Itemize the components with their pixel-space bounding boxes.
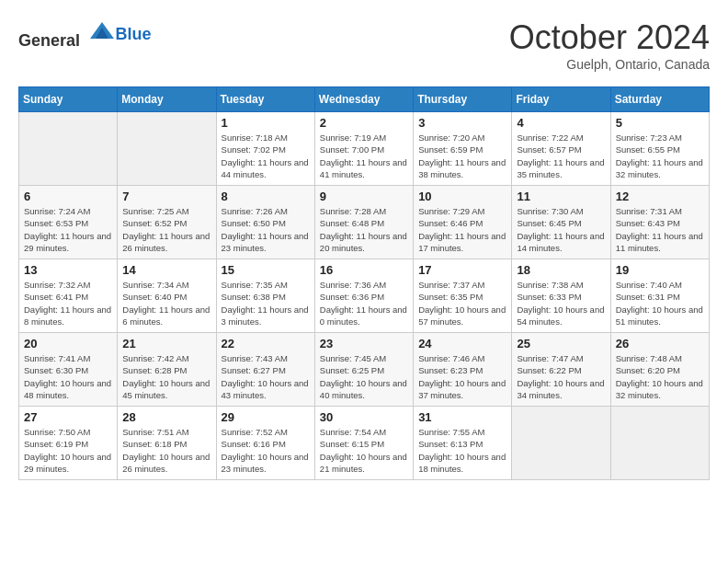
cell-detail: Sunrise: 7:55 AMSunset: 6:13 PMDaylight:… xyxy=(418,426,506,475)
calendar-cell: 26 Sunrise: 7:48 AMSunset: 6:20 PMDaylig… xyxy=(610,333,709,407)
logo-icon xyxy=(88,18,116,46)
cell-detail: Sunrise: 7:41 AMSunset: 6:30 PMDaylight:… xyxy=(24,352,112,401)
day-number: 26 xyxy=(616,337,704,350)
day-number: 4 xyxy=(517,116,605,130)
calendar-cell: 22 Sunrise: 7:43 AMSunset: 6:27 PMDaylig… xyxy=(216,333,314,407)
header-row: SundayMondayTuesdayWednesdayThursdayFrid… xyxy=(19,87,710,112)
cell-detail: Sunrise: 7:26 AMSunset: 6:50 PMDaylight:… xyxy=(222,205,310,254)
cell-detail: Sunrise: 7:31 AMSunset: 6:43 PMDaylight:… xyxy=(616,205,704,254)
location-subtitle: Guelph, Ontario, Canada xyxy=(509,57,710,72)
calendar-cell: 10 Sunrise: 7:29 AMSunset: 6:46 PMDaylig… xyxy=(414,186,512,259)
header-wednesday: Wednesday xyxy=(314,87,413,112)
day-number: 12 xyxy=(616,190,704,203)
calendar-week-row: 6 Sunrise: 7:24 AMSunset: 6:53 PMDayligh… xyxy=(19,186,710,259)
page-header: General Blue October 2024 Guelph, Ontari… xyxy=(18,18,710,72)
calendar-cell: 24 Sunrise: 7:46 AMSunset: 6:23 PMDaylig… xyxy=(414,333,512,407)
cell-detail: Sunrise: 7:32 AMSunset: 6:41 PMDaylight:… xyxy=(24,279,112,327)
cell-detail: Sunrise: 7:30 AMSunset: 6:45 PMDaylight:… xyxy=(517,205,605,254)
cell-detail: Sunrise: 7:42 AMSunset: 6:28 PMDaylight:… xyxy=(122,352,210,401)
calendar-cell: 14 Sunrise: 7:34 AMSunset: 6:40 PMDaylig… xyxy=(118,259,216,333)
cell-detail: Sunrise: 7:18 AMSunset: 7:02 PMDaylight:… xyxy=(222,132,310,180)
calendar-cell: 9 Sunrise: 7:28 AMSunset: 6:48 PMDayligh… xyxy=(314,186,413,259)
header-thursday: Thursday xyxy=(414,87,512,112)
cell-detail: Sunrise: 7:37 AMSunset: 6:35 PMDaylight:… xyxy=(418,279,506,327)
calendar-cell: 16 Sunrise: 7:36 AMSunset: 6:36 PMDaylig… xyxy=(314,259,413,333)
day-number: 10 xyxy=(418,190,506,203)
day-number: 11 xyxy=(517,190,605,203)
day-number: 28 xyxy=(122,410,210,424)
day-number: 13 xyxy=(24,263,112,277)
day-number: 15 xyxy=(222,263,310,277)
cell-detail: Sunrise: 7:19 AMSunset: 7:00 PMDaylight:… xyxy=(320,132,408,180)
cell-detail: Sunrise: 7:24 AMSunset: 6:53 PMDaylight:… xyxy=(24,205,112,254)
cell-detail: Sunrise: 7:40 AMSunset: 6:31 PMDaylight:… xyxy=(616,279,704,327)
cell-detail: Sunrise: 7:20 AMSunset: 6:59 PMDaylight:… xyxy=(418,132,506,180)
day-number: 17 xyxy=(418,263,506,277)
header-saturday: Saturday xyxy=(610,87,709,112)
cell-detail: Sunrise: 7:48 AMSunset: 6:20 PMDaylight:… xyxy=(616,352,704,401)
day-number: 19 xyxy=(616,263,704,277)
calendar-cell: 11 Sunrise: 7:30 AMSunset: 6:45 PMDaylig… xyxy=(512,186,610,259)
day-number: 9 xyxy=(320,190,408,203)
calendar-cell: 12 Sunrise: 7:31 AMSunset: 6:43 PMDaylig… xyxy=(610,186,709,259)
calendar-cell: 21 Sunrise: 7:42 AMSunset: 6:28 PMDaylig… xyxy=(118,333,216,407)
calendar-cell: 27 Sunrise: 7:50 AMSunset: 6:19 PMDaylig… xyxy=(19,407,118,480)
calendar-cell: 19 Sunrise: 7:40 AMSunset: 6:31 PMDaylig… xyxy=(610,259,709,333)
calendar-cell: 29 Sunrise: 7:52 AMSunset: 6:16 PMDaylig… xyxy=(216,407,314,480)
calendar-cell: 1 Sunrise: 7:18 AMSunset: 7:02 PMDayligh… xyxy=(216,112,314,186)
day-number: 7 xyxy=(122,190,210,203)
calendar-cell: 13 Sunrise: 7:32 AMSunset: 6:41 PMDaylig… xyxy=(19,259,118,333)
calendar-cell: 18 Sunrise: 7:38 AMSunset: 6:33 PMDaylig… xyxy=(512,259,610,333)
cell-detail: Sunrise: 7:35 AMSunset: 6:38 PMDaylight:… xyxy=(222,279,310,327)
calendar-cell: 6 Sunrise: 7:24 AMSunset: 6:53 PMDayligh… xyxy=(19,186,118,259)
cell-detail: Sunrise: 7:22 AMSunset: 6:57 PMDaylight:… xyxy=(517,132,605,180)
cell-detail: Sunrise: 7:28 AMSunset: 6:48 PMDaylight:… xyxy=(320,205,408,254)
logo-text-general: General xyxy=(18,31,80,50)
calendar-cell: 31 Sunrise: 7:55 AMSunset: 6:13 PMDaylig… xyxy=(414,407,512,480)
calendar-table: SundayMondayTuesdayWednesdayThursdayFrid… xyxy=(18,86,710,480)
calendar-week-row: 13 Sunrise: 7:32 AMSunset: 6:41 PMDaylig… xyxy=(19,259,710,333)
day-number: 25 xyxy=(517,337,605,350)
title-area: October 2024 Guelph, Ontario, Canada xyxy=(509,18,710,72)
day-number: 18 xyxy=(517,263,605,277)
cell-detail: Sunrise: 7:45 AMSunset: 6:25 PMDaylight:… xyxy=(320,352,408,401)
cell-detail: Sunrise: 7:29 AMSunset: 6:46 PMDaylight:… xyxy=(418,205,506,254)
day-number: 29 xyxy=(222,410,310,424)
day-number: 3 xyxy=(418,116,506,130)
cell-detail: Sunrise: 7:23 AMSunset: 6:55 PMDaylight:… xyxy=(616,132,704,180)
cell-detail: Sunrise: 7:54 AMSunset: 6:15 PMDaylight:… xyxy=(320,426,408,475)
calendar-cell xyxy=(19,112,118,186)
day-number: 23 xyxy=(320,337,408,350)
cell-detail: Sunrise: 7:52 AMSunset: 6:16 PMDaylight:… xyxy=(222,426,310,475)
cell-detail: Sunrise: 7:38 AMSunset: 6:33 PMDaylight:… xyxy=(517,279,605,327)
calendar-cell xyxy=(610,407,709,480)
day-number: 27 xyxy=(24,410,112,424)
cell-detail: Sunrise: 7:25 AMSunset: 6:52 PMDaylight:… xyxy=(122,205,210,254)
cell-detail: Sunrise: 7:43 AMSunset: 6:27 PMDaylight:… xyxy=(222,352,310,401)
calendar-cell: 20 Sunrise: 7:41 AMSunset: 6:30 PMDaylig… xyxy=(19,333,118,407)
logo-text-blue: Blue xyxy=(116,25,152,43)
day-number: 20 xyxy=(24,337,112,350)
cell-detail: Sunrise: 7:36 AMSunset: 6:36 PMDaylight:… xyxy=(320,279,408,327)
day-number: 21 xyxy=(122,337,210,350)
cell-detail: Sunrise: 7:34 AMSunset: 6:40 PMDaylight:… xyxy=(122,279,210,327)
calendar-cell: 28 Sunrise: 7:51 AMSunset: 6:18 PMDaylig… xyxy=(118,407,216,480)
cell-detail: Sunrise: 7:46 AMSunset: 6:23 PMDaylight:… xyxy=(418,352,506,401)
calendar-header: SundayMondayTuesdayWednesdayThursdayFrid… xyxy=(19,87,710,112)
calendar-body: 1 Sunrise: 7:18 AMSunset: 7:02 PMDayligh… xyxy=(19,112,710,480)
day-number: 5 xyxy=(616,116,704,130)
day-number: 6 xyxy=(24,190,112,203)
header-tuesday: Tuesday xyxy=(216,87,314,112)
cell-detail: Sunrise: 7:47 AMSunset: 6:22 PMDaylight:… xyxy=(517,352,605,401)
calendar-cell: 15 Sunrise: 7:35 AMSunset: 6:38 PMDaylig… xyxy=(216,259,314,333)
day-number: 30 xyxy=(320,410,408,424)
header-monday: Monday xyxy=(118,87,216,112)
month-title: October 2024 xyxy=(509,18,710,57)
calendar-cell: 17 Sunrise: 7:37 AMSunset: 6:35 PMDaylig… xyxy=(414,259,512,333)
calendar-cell xyxy=(512,407,610,480)
calendar-week-row: 27 Sunrise: 7:50 AMSunset: 6:19 PMDaylig… xyxy=(19,407,710,480)
header-sunday: Sunday xyxy=(19,87,118,112)
calendar-cell xyxy=(118,112,216,186)
day-number: 14 xyxy=(122,263,210,277)
calendar-cell: 4 Sunrise: 7:22 AMSunset: 6:57 PMDayligh… xyxy=(512,112,610,186)
